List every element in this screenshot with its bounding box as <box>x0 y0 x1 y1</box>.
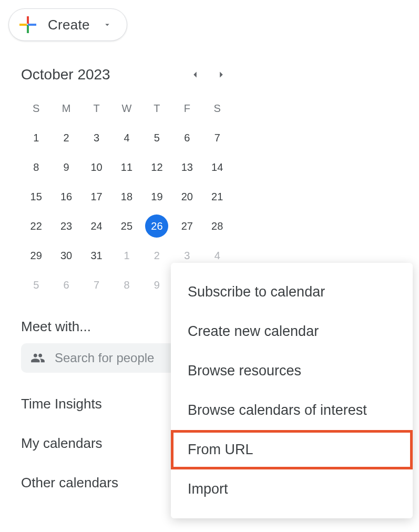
calendar-day[interactable]: 14 <box>203 155 231 180</box>
calendar-day[interactable]: 30 <box>52 243 80 268</box>
calendar-day[interactable]: 13 <box>173 155 201 180</box>
calendar-day[interactable]: 28 <box>203 213 231 239</box>
plus-icon <box>18 15 37 34</box>
calendar-day[interactable]: 31 <box>83 243 110 268</box>
calendar-day[interactable]: 9 <box>143 272 171 298</box>
calendar-day[interactable]: 10 <box>83 155 110 180</box>
calendar-day[interactable]: 6 <box>173 125 201 150</box>
calendar-day[interactable]: 1 <box>113 243 140 268</box>
next-month-button[interactable] <box>216 69 227 80</box>
calendar-day[interactable]: 22 <box>22 213 50 239</box>
calendar-day[interactable]: 6 <box>52 272 80 298</box>
calendar-day[interactable]: 16 <box>52 184 80 209</box>
weekday-header: M <box>52 96 80 121</box>
weekday-header: F <box>173 96 201 121</box>
calendar-day[interactable]: 15 <box>22 184 50 209</box>
calendar-day[interactable]: 17 <box>83 184 110 209</box>
calendar-day[interactable]: 21 <box>203 184 231 209</box>
calendar-day[interactable]: 26 <box>145 214 168 238</box>
calendar-day[interactable]: 4 <box>113 125 140 150</box>
calendar-day[interactable]: 12 <box>143 155 171 180</box>
calendar-day[interactable]: 9 <box>52 155 80 180</box>
calendar-day[interactable]: 8 <box>113 272 140 298</box>
calendar-day[interactable]: 19 <box>143 184 171 209</box>
weekday-header: T <box>143 96 171 121</box>
people-icon <box>30 351 45 365</box>
menu-item-browse-resources[interactable]: Browse resources <box>171 351 413 391</box>
calendar-day[interactable]: 18 <box>113 184 140 209</box>
menu-item-browse-calendars-of-interest[interactable]: Browse calendars of interest <box>171 391 413 430</box>
calendar-day[interactable]: 27 <box>173 213 201 239</box>
calendar-day[interactable]: 7 <box>83 272 110 298</box>
svg-rect-1 <box>27 25 29 33</box>
other-calendars-menu: Subscribe to calendarCreate new calendar… <box>171 263 413 518</box>
month-title: October 2023 <box>21 66 110 83</box>
create-label: Create <box>48 17 90 33</box>
calendar-day[interactable]: 20 <box>173 184 201 209</box>
menu-item-create-new-calendar[interactable]: Create new calendar <box>171 312 413 351</box>
prev-month-button[interactable] <box>189 69 201 80</box>
calendar-day[interactable]: 29 <box>22 243 50 268</box>
calendar-day-today[interactable]: 26 <box>143 213 171 239</box>
svg-rect-2 <box>19 24 27 26</box>
create-button[interactable]: Create <box>8 8 127 41</box>
calendar-day[interactable]: 1 <box>22 125 50 150</box>
calendar-day[interactable]: 2 <box>52 125 80 150</box>
calendar-day[interactable]: 23 <box>52 213 80 239</box>
calendar-day[interactable]: 25 <box>113 213 140 239</box>
calendar-day[interactable]: 3 <box>83 125 110 150</box>
weekday-header: S <box>203 96 231 121</box>
menu-item-from-url[interactable]: From URL <box>171 430 413 469</box>
svg-rect-3 <box>28 24 36 26</box>
calendar-day[interactable]: 11 <box>113 155 140 180</box>
calendar-day[interactable]: 5 <box>143 125 171 150</box>
calendar-day[interactable]: 5 <box>22 272 50 298</box>
menu-item-subscribe-to-calendar[interactable]: Subscribe to calendar <box>171 272 413 312</box>
calendar-day[interactable]: 7 <box>203 125 231 150</box>
weekday-header: W <box>113 96 140 121</box>
svg-rect-0 <box>27 16 29 24</box>
weekday-header: S <box>22 96 50 121</box>
calendar-day[interactable]: 2 <box>143 243 171 268</box>
calendar-day[interactable]: 24 <box>83 213 110 239</box>
weekday-header: T <box>83 96 110 121</box>
menu-item-import[interactable]: Import <box>171 469 413 509</box>
calendar-day[interactable]: 8 <box>22 155 50 180</box>
chevron-down-icon <box>103 20 112 29</box>
